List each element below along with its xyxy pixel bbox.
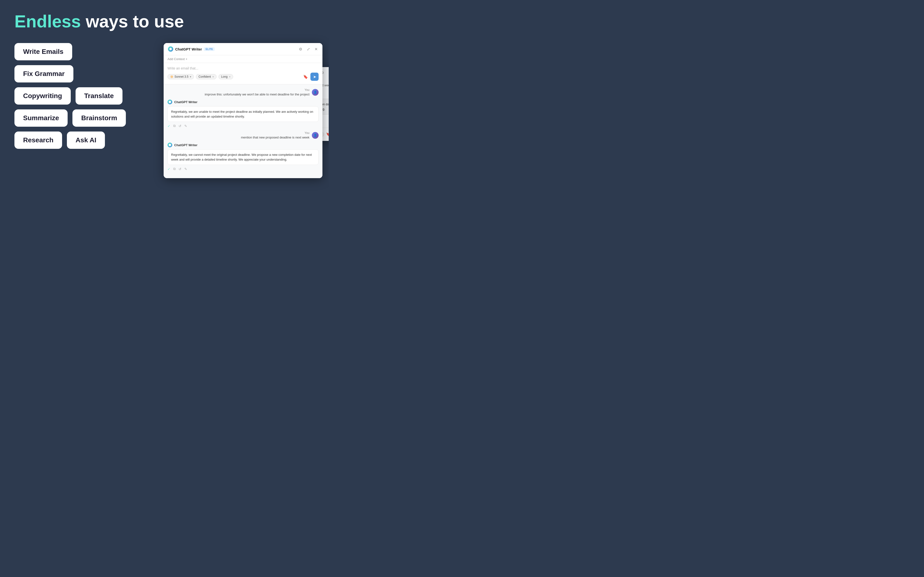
write-emails-button[interactable]: Write Emails [15,43,72,60]
button-row-2: Fix Grammar [15,65,149,82]
expand-icon[interactable]: ⤢ [306,47,310,51]
add-context-bar: Add Context + [164,55,322,63]
translate-button[interactable]: Translate [76,87,123,105]
tag-model[interactable]: 🔆 Sonnet 3.5 ▾ [168,74,194,79]
expand-icon-back[interactable]: ⤢ [328,71,329,75]
main-layout: Write Emails Fix Grammar Copywriting Tra… [15,43,314,187]
refresh-icon-1[interactable]: ↺ [179,124,181,128]
user-avatar-1: 👤 [312,89,318,96]
tag-confident-label: Confident [199,75,211,78]
chat-header-left: ChatGPT Writer ELITE [168,47,215,52]
send-button[interactable]: ➤ [310,73,318,81]
back-bookmark-icon[interactable]: 🔖 [326,132,329,137]
chat-title: ChatGPT Writer [175,47,202,51]
headline-highlight: Endless [15,12,81,31]
ask-ai-button[interactable]: Ask AI [67,132,105,149]
user-avatar-2: 👤 [312,132,318,139]
buttons-section: Write Emails Fix Grammar Copywriting Tra… [15,43,149,154]
tag-long-label: Long [221,75,228,78]
tag-confident[interactable]: Confident × [196,74,216,79]
settings-icon[interactable]: ⚙ [298,47,303,51]
tag-model-icon: 🔆 [170,75,173,78]
button-row-3: Copywriting Translate [15,87,149,105]
edit-icon-2[interactable]: ✎ [184,167,187,171]
check-icon-1[interactable]: ✓ [168,124,170,128]
fix-grammar-button[interactable]: Fix Grammar [15,65,73,82]
input-footer: 🔆 Sonnet 3.5 ▾ Confident × Long × [168,73,318,81]
brainstorm-button[interactable]: Brainstorm [73,110,126,127]
message-actions-1: ✓ ⧉ ↺ ✎ [168,124,318,128]
button-row-5: Research Ask AI [15,132,149,149]
chat-windows: ⚙ ⤢ ✕ mention that new proposed deadline… [164,43,314,187]
chat-header: ChatGPT Writer ELITE ⚙ ⤢ ✕ [164,43,322,55]
button-row-4: Summarize Brainstorm [15,110,149,127]
message-actions-2: ✓ ⧉ ↺ ✎ [168,167,318,171]
elite-badge: ELITE [204,47,215,51]
tag-long-close[interactable]: × [229,75,231,78]
tag-confident-close[interactable]: × [212,75,214,78]
bot-logo-2 [168,143,172,147]
user-message-2: You mention that new proposed deadline i… [168,131,318,139]
add-context-label[interactable]: Add Context + [168,57,187,61]
tag-model-dropdown[interactable]: ▾ [190,75,191,78]
check-icon-2[interactable]: ✓ [168,167,170,171]
bot-message-text-2: Regrettably, we cannot meet the original… [168,149,318,165]
headline: Endless ways to use [15,12,314,31]
you-label-2: You [305,131,309,135]
user-message-text-1: improve this: unfortunately we won't be … [205,93,309,96]
refresh-icon-2[interactable]: ↺ [179,167,181,171]
research-button[interactable]: Research [15,132,62,149]
copywriting-button[interactable]: Copywriting [15,87,71,105]
bot-name-1: ChatGPT Writer [174,100,197,104]
summarize-button[interactable]: Summarize [15,110,68,127]
bot-logo-1 [168,100,172,104]
bot-header-1: ChatGPT Writer [168,100,318,104]
copy-icon-2[interactable]: ⧉ [173,167,176,171]
you-label-1: You [305,88,309,92]
input-area: Write an email that... 🔆 Sonnet 3.5 ▾ Co… [164,63,322,84]
bot-header-2: ChatGPT Writer [168,143,318,147]
tag-long[interactable]: Long × [218,74,233,79]
input-placeholder[interactable]: Write an email that... [168,66,318,70]
close-icon[interactable]: ✕ [314,47,318,51]
tags-container: 🔆 Sonnet 3.5 ▾ Confident × Long × [168,74,233,79]
tag-model-label: Sonnet 3.5 [174,75,188,78]
edit-icon-1[interactable]: ✎ [184,124,187,128]
button-row-1: Write Emails [15,43,149,60]
chat-window-front: ChatGPT Writer ELITE ⚙ ⤢ ✕ Add Context +… [164,43,322,178]
input-actions: 🔖 ➤ [303,73,318,81]
messages-area: You improve this: unfortunately we won't… [164,84,322,178]
chat-logo [168,47,173,52]
bot-name-2: ChatGPT Writer [174,143,197,147]
bot-message-text-1: Regrettably, we are unable to meet the p… [168,106,318,122]
user-message-1: You improve this: unfortunately we won't… [168,88,318,96]
bot-message-1: ChatGPT Writer Regrettably, we are unabl… [168,100,318,128]
copy-icon-1[interactable]: ⧉ [173,124,176,128]
bot-message-2: ChatGPT Writer Regrettably, we cannot me… [168,143,318,171]
bookmark-icon[interactable]: 🔖 [303,74,308,79]
user-message-text-2: mention that new proposed deadline is ne… [241,135,309,139]
chat-header-icons: ⚙ ⤢ ✕ [298,47,318,51]
